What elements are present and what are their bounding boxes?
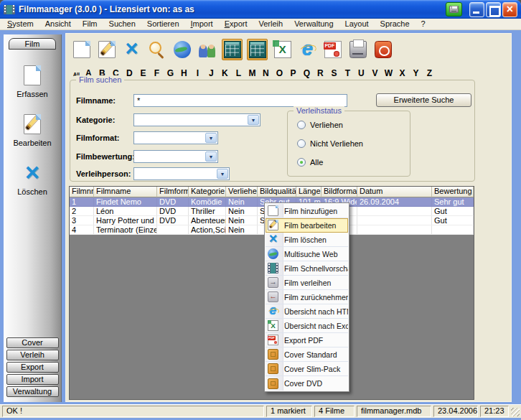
alphabet-letter[interactable]: N	[259, 68, 273, 78]
alphabet-letter[interactable]: P	[286, 68, 300, 78]
alphabet-letter[interactable]: R	[314, 68, 327, 78]
alphabet-letter[interactable]: M	[245, 68, 259, 78]
sidebar-item[interactable]: Löschen	[4, 163, 61, 196]
search-button[interactable]	[146, 39, 167, 60]
alphabet-letter[interactable]: E	[136, 68, 150, 78]
alphabet-letter[interactable]: H	[177, 68, 191, 78]
sidebar-section-button[interactable]: Verwaltung	[6, 386, 59, 397]
menu-item[interactable]: Import	[185, 19, 219, 28]
context-menu-item[interactable]: Übersicht nach Excel	[266, 319, 348, 333]
menu-item[interactable]: Sortieren	[141, 19, 185, 28]
alphabet-letter[interactable]: T	[341, 68, 355, 78]
table-header-cell[interactable]: Verliehen	[226, 187, 258, 197]
menu-item[interactable]: Ansicht	[39, 19, 77, 28]
kategorie-select[interactable]: ▼	[133, 113, 260, 126]
multisearch-web-button[interactable]	[172, 39, 192, 60]
table-header-cell[interactable]: Filmformat	[157, 187, 189, 197]
context-menu-item[interactable]: Film bearbeiten	[266, 218, 348, 233]
toolbar-icon	[98, 41, 116, 58]
verleihstatus-radio-option[interactable]: Verliehen	[297, 121, 410, 129]
alphabet-letter[interactable]: I	[191, 68, 205, 78]
alphabet-letter[interactable]: Q	[300, 68, 314, 78]
alphabet-letter[interactable]: J	[205, 68, 218, 78]
alphabet-letter[interactable]: V	[368, 68, 382, 78]
excel-export-button[interactable]	[272, 39, 293, 60]
filmname-input[interactable]: *	[133, 94, 347, 107]
alphabet-letter[interactable]: L	[232, 68, 245, 78]
verleihstatus-radio-option[interactable]: Alle	[297, 158, 410, 167]
context-menu-item[interactable]: Film Schnellvorschau	[266, 261, 348, 276]
context-menu-item[interactable]: Export PDF	[266, 333, 348, 347]
exit-button[interactable]	[372, 39, 393, 60]
table-header-cell[interactable]: Kategorie	[189, 187, 226, 197]
resize-grip[interactable]	[511, 408, 520, 416]
menu-item[interactable]: Export	[219, 19, 253, 28]
table-header-cell[interactable]: Bildqualität	[258, 187, 296, 197]
context-menu-item[interactable]: Cover Slim-Pack	[266, 362, 348, 376]
table-header-cell[interactable]: Filmnr	[70, 187, 94, 197]
print-button[interactable]	[347, 39, 368, 60]
film-table-view-button[interactable]	[247, 39, 268, 60]
pdf-export-button[interactable]	[322, 39, 343, 60]
table-header-cell[interactable]: Filmname	[94, 187, 157, 197]
cell-kategorie: Komödie	[189, 197, 226, 206]
html-overview-button[interactable]	[297, 39, 318, 60]
alphabet-letter[interactable]: K	[218, 68, 232, 78]
context-menu-item[interactable]: Film verleihen	[266, 276, 348, 290]
maximize-button[interactable]	[486, 2, 501, 17]
new-film-button[interactable]	[71, 39, 92, 60]
chevron-down-icon[interactable]: ▼	[248, 115, 259, 125]
verleihstatus-radio-option[interactable]: Nicht Verliehen	[297, 139, 410, 148]
erweiterte-suche-button[interactable]: Erweiterte Suche	[376, 93, 471, 107]
persons-button[interactable]	[197, 39, 217, 60]
context-menu-item[interactable]: Cover DVD	[266, 376, 348, 391]
context-menu-item[interactable]: Film löschen	[266, 233, 348, 247]
sidebar-section-button[interactable]: Import	[6, 374, 59, 385]
sidebar-section-button[interactable]: Verleih	[6, 350, 59, 360]
minimize-button[interactable]	[469, 2, 484, 17]
alphabet-letter[interactable]: F	[150, 68, 164, 78]
menu-item[interactable]: Verwaltung	[288, 19, 339, 28]
sidebar-header-film[interactable]: Film	[9, 38, 56, 50]
context-menu-item[interactable]: Cover Standard	[266, 347, 348, 362]
sidebar-section-button[interactable]: Export	[6, 362, 59, 373]
close-button[interactable]	[502, 2, 517, 17]
menu-item[interactable]: ?	[416, 19, 431, 28]
chevron-down-icon[interactable]: ▼	[205, 151, 217, 162]
alphabet-letter[interactable]: U	[355, 68, 368, 78]
verleihperson-select[interactable]: ▼	[133, 167, 230, 180]
filmformat-select[interactable]: ▼	[133, 131, 218, 144]
alphabet-letter[interactable]: X	[395, 68, 409, 78]
chevron-down-icon[interactable]: ▼	[217, 169, 228, 179]
menu-item[interactable]: Verleih	[253, 19, 289, 28]
table-header-cell[interactable]: Länge	[296, 187, 321, 197]
table-header-cell[interactable]: Bildformat	[321, 187, 357, 197]
context-menu-item[interactable]: Film hinzufügen	[266, 204, 348, 218]
alphabet-letter[interactable]: G	[164, 68, 177, 78]
edit-film-button[interactable]	[96, 39, 117, 60]
sidebar-section-button[interactable]: Cover	[6, 337, 59, 348]
alphabet-letter[interactable]: Y	[409, 68, 423, 78]
delete-film-button[interactable]	[121, 39, 142, 60]
context-menu-item[interactable]: Multisuche Web	[266, 247, 348, 261]
alphabet-letter[interactable]: O	[273, 68, 286, 78]
alphabet-letter[interactable]: D	[123, 68, 136, 78]
context-menu-item[interactable]: Film zurücknehmen	[266, 290, 348, 304]
film-quick-preview-button[interactable]	[222, 39, 243, 60]
table-header-cell[interactable]: Datum	[357, 187, 432, 197]
chevron-down-icon[interactable]: ▼	[205, 133, 217, 143]
alphabet-letter[interactable]: W	[382, 68, 395, 78]
menu-item[interactable]: Film	[77, 19, 103, 28]
menu-item[interactable]: System	[1, 19, 39, 28]
filmbewertung-select[interactable]: ▼	[133, 150, 218, 163]
alphabet-letter[interactable]: S	[327, 68, 341, 78]
sidebar-item[interactable]: Erfassen	[4, 65, 61, 98]
context-menu-item[interactable]: Übersicht nach HTML	[266, 304, 348, 319]
sidebar-item[interactable]: Bearbeiten	[4, 114, 61, 147]
menu-item[interactable]: Layout	[339, 19, 375, 28]
alphabet-letter[interactable]: Z	[423, 68, 436, 78]
table-header-cell[interactable]: Bewertung	[432, 187, 474, 197]
menu-item[interactable]: Sprache	[375, 19, 416, 28]
menu-item[interactable]: Suchen	[103, 19, 141, 28]
title-print-button[interactable]	[446, 2, 462, 17]
